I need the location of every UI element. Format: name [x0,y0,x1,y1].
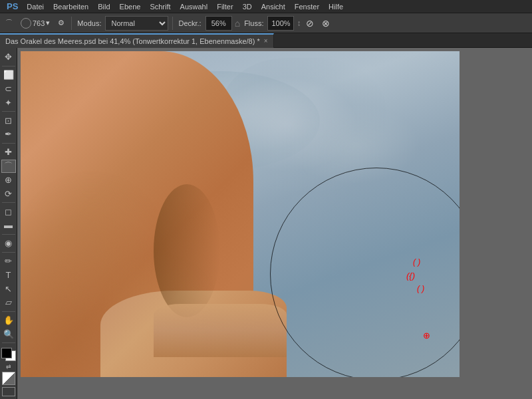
tool-path-select[interactable]: ↖ [1,282,16,295]
skin-fold [154,304,287,357]
extra-btn1[interactable]: ⊘ [303,17,317,30]
airbrush-btn[interactable]: ⌂ [235,18,240,29]
tool-divider-2 [2,111,15,112]
menu-schrift[interactable]: Schrift [145,1,175,12]
tool-select-rect[interactable]: ⬜ [1,68,16,82]
tool-crop[interactable]: ⊡ [1,114,16,127]
cloud-3 [287,104,420,184]
brush-options-btn[interactable]: ⚙ [55,17,67,29]
menu-hilfe[interactable]: Hilfe [324,1,348,12]
canvas-area[interactable]: ( ) ({) ( ) ⊕ [17,48,532,399]
mode-label: Modus: [76,19,102,27]
tab-bar: Das Orakel des Meeres.psd bei 41,4% (Ton… [0,33,532,48]
tool-history-brush[interactable]: ⟳ [1,187,16,200]
menu-fenster[interactable]: Fenster [290,1,324,12]
menu-auswahl[interactable]: Auswahl [176,1,213,12]
options-toolbar: ⌒ 763 ▾ ⚙ Modus: Normal Multiplizieren A… [0,13,532,33]
tab-close-btn[interactable]: × [264,37,268,45]
pressure-btn[interactable]: ↕ [297,19,301,28]
brush-size-value: 763 [33,19,45,27]
tool-blur[interactable]: ◉ [1,237,16,250]
foreground-color-swatch[interactable] [1,348,12,358]
tool-gradient[interactable]: ▬ [1,219,16,232]
ps-logo: PS [3,1,22,11]
sep1 [71,17,72,30]
color-swatches [1,348,16,361]
swap-colors-btn[interactable]: ⇄ [6,363,11,370]
tab-title: Das Orakel des Meeres.psd bei 41,4% (Ton… [5,37,260,45]
menu-3d[interactable]: 3D [238,1,257,12]
tool-divider-4 [2,202,15,203]
tool-eyedropper[interactable]: ✒ [1,128,16,141]
tool-divider-5 [2,234,15,235]
screen-mode-btn[interactable] [2,387,15,396]
skin-shadow [154,184,220,317]
tool-zoom[interactable]: 🔍 [1,328,16,341]
tool-eraser[interactable]: ◻ [1,205,16,218]
opacity-label: Deckr.: [177,19,202,27]
tool-divider-7 [2,311,15,312]
main-area: ✥ ⬜ ⊂ ✦ ⊡ ✒ ✚ ⌒ ⊕ ⟳ ◻ ▬ ◉ ✏ T ↖ ▱ ✋ 🔍 ⇄ [0,48,532,399]
menu-bearbeiten[interactable]: Bearbeiten [49,1,93,12]
tool-shape[interactable]: ▱ [1,296,16,309]
menu-ansicht[interactable]: Ansicht [257,1,290,12]
opacity-input[interactable] [205,16,232,31]
tool-lasso[interactable]: ⊂ [1,82,16,96]
menu-filter[interactable]: Filter [212,1,237,12]
tool-move[interactable]: ✥ [1,51,16,64]
menu-datei[interactable]: Datei [22,1,49,12]
brush-tool-btn[interactable]: ⌒ [3,17,15,29]
tool-pen[interactable]: ✏ [1,254,16,267]
sep2 [172,17,173,30]
document-tab[interactable]: Das Orakel des Meeres.psd bei 41,4% (Ton… [0,33,274,48]
tool-magic-wand[interactable]: ✦ [1,96,16,109]
tool-brush[interactable]: ⌒ [1,160,16,173]
tool-clone[interactable]: ⊕ [1,174,16,187]
tool-hand[interactable]: ✋ [1,314,16,327]
tool-divider-6 [2,252,15,253]
extra-btn2[interactable]: ⊗ [319,17,332,30]
image-canvas: ( ) ({) ( ) ⊕ [21,51,460,377]
toolbox: ✥ ⬜ ⊂ ✦ ⊡ ✒ ✚ ⌒ ⊕ ⟳ ◻ ▬ ◉ ✏ T ↖ ▱ ✋ 🔍 ⇄ [0,48,17,399]
tool-divider-3 [2,143,15,144]
flow-input[interactable] [267,16,294,31]
flow-label: Fluss: [243,19,265,27]
tool-text[interactable]: T [1,268,16,281]
mode-dropdown[interactable]: Normal Multiplizieren Abblenden [105,16,168,31]
menu-bar: PS Datei Bearbeiten Bild Ebene Schrift A… [0,0,532,13]
tool-divider-8 [2,342,15,343]
brush-preset-picker[interactable]: 763 ▾ [18,17,53,30]
quick-mask-btn[interactable] [2,372,15,385]
tool-divider-1 [2,66,15,66]
tool-spot-heal[interactable]: ✚ [1,146,16,159]
menu-bild[interactable]: Bild [93,1,114,12]
menu-ebene[interactable]: Ebene [115,1,146,12]
